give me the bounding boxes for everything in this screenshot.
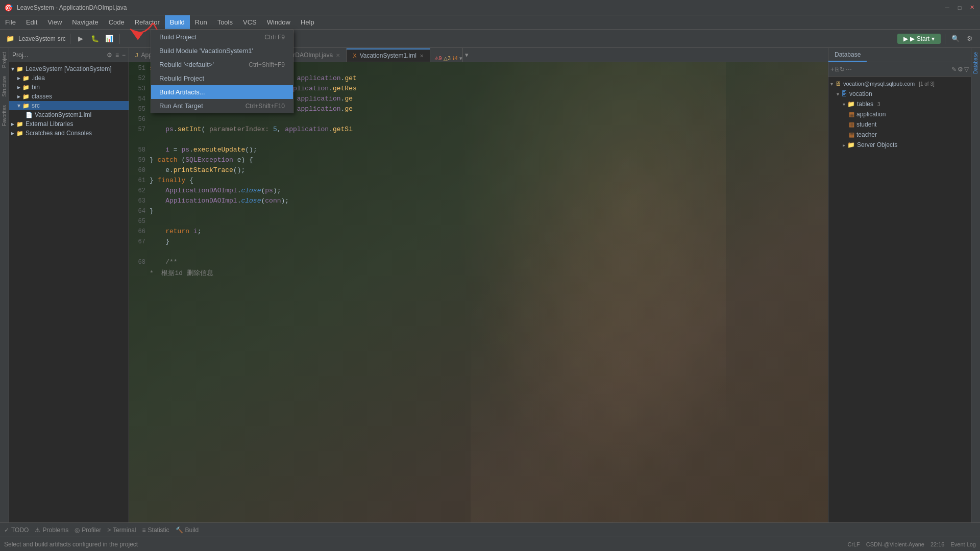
panel-gear-icon[interactable]: ⚙	[107, 52, 112, 59]
db-copy-icon[interactable]: ⎘	[835, 66, 839, 73]
extlibs-folder-icon: 📁	[16, 121, 23, 128]
maximize-button[interactable]: □	[955, 4, 964, 12]
db-gear-icon[interactable]: ⚙	[958, 66, 963, 73]
status-problems[interactable]: ⚠ Problems	[35, 527, 68, 534]
app-title: LeaveSystem - ApplicationDAOImpl.java	[17, 4, 127, 11]
server-objects-folder-icon: 📁	[847, 141, 855, 148]
tree-item-extlibs[interactable]: ▸ 📁 External Libraries	[9, 119, 129, 129]
db-server-objects-item[interactable]: ▸ 📁 Server Objects	[828, 140, 971, 150]
toolbar-debug-btn[interactable]: 🐛	[89, 33, 101, 45]
profiler-icon: ◎	[75, 527, 80, 534]
right-panel-tabs: Database	[828, 48, 971, 62]
db-more-icon[interactable]: ⋯	[846, 66, 852, 73]
db-refresh-icon[interactable]: ↻	[840, 66, 845, 73]
tree-idea-label: .idea	[32, 74, 45, 82]
toolbar-run-btn[interactable]: ▶	[75, 33, 87, 45]
classes-folder-icon: 📁	[22, 93, 30, 100]
status-statistic[interactable]: ≡ Statistic	[142, 527, 169, 534]
code-lines: 51 s = (PreparedStatement)conn.prepa 52 …	[129, 62, 828, 522]
tab-database[interactable]: Database	[828, 48, 867, 62]
close-button[interactable]: ✕	[968, 4, 976, 12]
server-expand-icon: ▾	[830, 81, 833, 87]
dropdown-build-artifacts[interactable]: Build Artifacts...	[151, 85, 293, 99]
tab-close-teacher[interactable]: ✕	[336, 53, 340, 58]
db-edit-icon[interactable]: ✎	[951, 66, 957, 73]
toolbar-search-btn[interactable]: 🔍	[949, 33, 962, 45]
dropdown-build-project[interactable]: Build Project Ctrl+F9	[151, 30, 293, 44]
tree-item-src[interactable]: ▾ 📁 src	[9, 101, 129, 110]
dropdown-rebuild-default[interactable]: Rebuild '<default>' Ctrl+Shift+F9	[151, 58, 293, 71]
code-line-58: 58 i = ps.executeUpdate();	[129, 146, 828, 156]
menu-help[interactable]: Help	[296, 15, 320, 29]
dropdown-build-module[interactable]: Build Module 'VacationSystem1'	[151, 44, 293, 58]
status-bar: ✓ TODO ⚠ Problems ◎ Profiler > Terminal …	[0, 522, 980, 537]
tree-item-root[interactable]: ▾ 📁 LeaveSystem [VacationSystem]	[9, 64, 129, 73]
panel-sort-icon[interactable]: ≡	[115, 52, 119, 59]
status-todo[interactable]: ✓ TODO	[4, 527, 29, 534]
project-panel-title: Proj...	[12, 52, 104, 59]
toolbar-settings-btn[interactable]: ⚙	[964, 33, 976, 45]
db-filter-icon[interactable]: ▽	[964, 66, 969, 73]
tree-item-classes[interactable]: ▸ 📁 classes	[9, 92, 129, 101]
tree-scratches-label: Scratches and Consoles	[26, 130, 92, 137]
extlibs-expand-icon: ▸	[11, 120, 14, 128]
menu-build[interactable]: Build	[165, 15, 190, 29]
db-add-icon[interactable]: +	[830, 66, 834, 73]
rebuild-default-shortcut: Ctrl+Shift+F9	[249, 61, 285, 68]
toolbar-profile-btn[interactable]: 📊	[103, 33, 115, 45]
menu-window[interactable]: Window	[262, 15, 296, 29]
menu-file[interactable]: File	[0, 15, 21, 29]
menu-code[interactable]: Code	[104, 15, 130, 29]
build-project-label: Build Project	[159, 33, 197, 41]
todo-label: TODO	[11, 527, 29, 534]
dropdown-run-ant[interactable]: Run Ant Target Ctrl+Shift+F10	[151, 99, 293, 113]
db-application-item[interactable]: ▦ application	[828, 109, 971, 119]
tab-vacation[interactable]: X VacationSystem1.iml ✕	[347, 48, 430, 62]
tree-item-scratches[interactable]: ▸ 📁 Scratches and Consoles	[9, 129, 129, 138]
structure-label[interactable]: Structure	[1, 72, 8, 101]
db-teacher-item[interactable]: ▦ teacher	[828, 130, 971, 140]
status-message: Select and build artifacts configured in…	[4, 541, 847, 548]
rebuild-default-label: Rebuild '<default>'	[159, 61, 214, 68]
menu-refactor[interactable]: Refactor	[130, 15, 165, 29]
build-dropdown: Build Project Ctrl+F9 Build Module 'Vaca…	[151, 30, 293, 113]
toolbar-project-icon[interactable]: 📁	[4, 33, 16, 45]
menu-view[interactable]: View	[42, 15, 67, 29]
tree-item-idea[interactable]: ▸ 📁 .idea	[9, 73, 129, 83]
favorites-label[interactable]: Favorites	[1, 101, 8, 130]
root-expand-icon: ▾	[11, 65, 14, 72]
db-tables-item[interactable]: ▾ 📁 tables 3	[828, 99, 971, 109]
status-terminal[interactable]: > Terminal	[107, 527, 136, 534]
menu-navigate[interactable]: Navigate	[67, 15, 103, 29]
status-build[interactable]: 🔨 Build	[176, 527, 199, 534]
tab-close-vacation[interactable]: ✕	[420, 53, 424, 59]
student-table-icon: ▦	[849, 121, 854, 128]
start-button[interactable]: ▶ ▶ Start ▾	[897, 34, 941, 44]
db-server-item[interactable]: ▾ 🖥 vocation@mysql.sqlpub.com [1 of 3]	[828, 79, 971, 89]
menu-vcs[interactable]: VCS	[238, 15, 262, 29]
menu-tools[interactable]: Tools	[212, 15, 238, 29]
db-server-label: vocation@mysql.sqlpub.com	[843, 81, 915, 87]
tree-extlibs-label: External Libraries	[26, 120, 73, 128]
code-line-64: 64 }	[129, 207, 828, 217]
project-label[interactable]: Project	[1, 48, 8, 72]
menu-edit[interactable]: Edit	[21, 15, 42, 29]
tree-item-bin[interactable]: ▸ 📁 bin	[9, 83, 129, 92]
db-vocation-item[interactable]: ▾ 🗄 vocation	[828, 89, 971, 99]
tree-item-iml[interactable]: 📄 VacationSystem1.iml	[9, 110, 129, 119]
tables-expand-icon: ▾	[843, 102, 845, 107]
status-profiler[interactable]: ◎ Profiler	[75, 527, 101, 534]
toolbar-src-label: src	[58, 35, 66, 42]
tabs-more-button[interactable]: ▾	[462, 48, 471, 62]
minimize-button[interactable]: ─	[943, 4, 951, 12]
panel-collapse-icon[interactable]: −	[122, 52, 126, 59]
event-log[interactable]: Event Log	[950, 541, 976, 547]
run-ant-shortcut: Ctrl+Shift+F10	[246, 103, 285, 110]
db-student-item[interactable]: ▦ student	[828, 119, 971, 130]
dropdown-rebuild-project[interactable]: Rebuild Project	[151, 71, 293, 85]
database-vert-label[interactable]: Database	[972, 48, 979, 78]
menu-run[interactable]: Run	[190, 15, 212, 29]
build-tab-icon: 🔨	[176, 527, 183, 534]
csdn-info: CSDN-@Violent-Ayane	[866, 541, 924, 547]
statistic-label: Statistic	[148, 527, 169, 534]
